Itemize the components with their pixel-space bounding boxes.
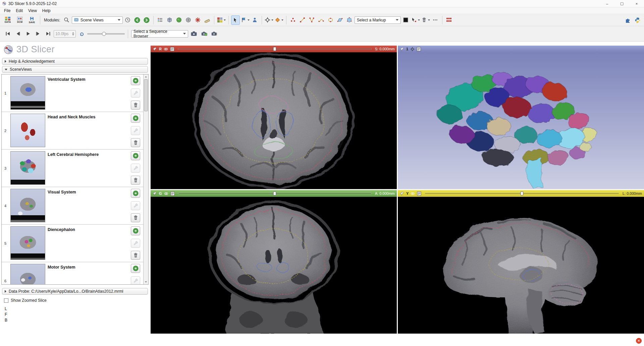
view-menu-icon[interactable] [170, 47, 174, 51]
red-grid-button[interactable] [445, 15, 453, 25]
markup-plane-button[interactable] [336, 15, 344, 25]
markup-closed-curve-button[interactable] [326, 15, 335, 25]
scrollbar-track[interactable] [144, 79, 148, 280]
module-back-button[interactable] [133, 15, 142, 25]
scene-view-edit-button[interactable] [131, 201, 140, 210]
save-button[interactable]: SAVE [26, 15, 38, 25]
scene-view-row[interactable]: 3 Left Cerebral Hemisphere [2, 150, 143, 187]
slice-intersections-dropdown-button[interactable] [274, 15, 284, 25]
scene-view-thumbnail[interactable] [10, 226, 45, 260]
coronal-slice-viewport[interactable] [151, 197, 397, 334]
link-views-icon[interactable] [164, 47, 168, 51]
scene-view-delete-button[interactable] [131, 251, 140, 260]
show-zoomed-slice-checkbox[interactable] [4, 298, 8, 303]
markup-roi-button[interactable] [345, 15, 354, 25]
sequence-previous-frame-button[interactable] [13, 29, 22, 39]
pin-icon[interactable] [400, 47, 404, 51]
threed-viewport[interactable] [398, 52, 644, 189]
sequence-repeat-button[interactable] [77, 29, 86, 39]
slider-handle[interactable] [521, 191, 524, 195]
module-history-button[interactable] [123, 15, 132, 25]
scene-view-edit-button[interactable] [131, 89, 140, 98]
minimize-button[interactable]: – [600, 0, 614, 7]
scene-view-thumbnail[interactable] [10, 151, 45, 185]
scene-view-restore-button[interactable] [131, 151, 140, 160]
adjust-view-button[interactable] [251, 15, 259, 25]
scene-view-row[interactable]: 6 Motor System [2, 262, 143, 284]
scene-view-thumbnail[interactable] [10, 264, 45, 284]
markup-angle-button[interactable] [308, 15, 316, 25]
shortcut-ruler-button[interactable] [203, 15, 212, 25]
extensions-manager-button[interactable] [624, 15, 633, 25]
scene-view-row[interactable]: 2 Head and Neck Muscles [2, 112, 143, 150]
spinbox-arrows[interactable] [72, 32, 74, 36]
module-forward-button[interactable] [142, 15, 151, 25]
link-views-icon[interactable] [411, 191, 415, 196]
scene-view-row[interactable]: 1 Ventricular System [2, 74, 143, 112]
axial-slice-viewport[interactable] [151, 52, 397, 189]
close-button[interactable]: × [629, 0, 644, 7]
markup-point-button[interactable] [289, 15, 298, 25]
scene-view-restore-button[interactable] [131, 114, 140, 123]
crosshair-dropdown-button[interactable] [264, 15, 274, 25]
scrollbar-thumb[interactable] [144, 79, 148, 111]
shortcut-markups-button[interactable] [156, 15, 165, 25]
scene-view-restore-button[interactable] [131, 226, 140, 235]
scene-view-edit-button[interactable] [131, 126, 140, 135]
sequence-next-frame-button[interactable] [34, 29, 42, 39]
maximize-button[interactable]: ▢ [614, 0, 629, 7]
slider-handle[interactable] [273, 47, 276, 51]
slice-offset-slider[interactable] [178, 191, 372, 196]
load-data-button[interactable]: DATA [2, 15, 13, 25]
sequence-browser-combobox[interactable]: Select a Sequence Browser [131, 30, 188, 38]
scene-view-restore-button[interactable] [131, 264, 140, 273]
scrollbar-down-button[interactable] [144, 280, 148, 284]
markup-more-button[interactable] [431, 15, 440, 25]
layout-selector-button[interactable] [217, 15, 226, 25]
slider-handle[interactable] [102, 32, 106, 36]
scene-view-edit-button[interactable] [131, 164, 140, 173]
slider-handle[interactable] [273, 191, 276, 195]
menu-view[interactable]: View [25, 8, 40, 14]
sequence-first-frame-button[interactable] [3, 29, 12, 39]
scene-view-thumbnail[interactable] [10, 76, 45, 110]
notification-close-button[interactable]: × [636, 338, 642, 344]
markup-selector-combobox[interactable]: Select a Markup [355, 16, 401, 24]
markup-line-button[interactable] [298, 15, 307, 25]
delete-markup-dropdown-button[interactable] [421, 15, 430, 25]
scene-views-panel-header[interactable]: SceneViews [2, 66, 148, 73]
scene-view-restore-button[interactable] [131, 189, 140, 198]
sequence-last-frame-button[interactable] [44, 29, 52, 39]
scene-view-add-button[interactable] [200, 29, 208, 39]
pin-icon[interactable] [153, 47, 157, 51]
data-probe-panel-header[interactable]: Data Probe: C:/Users/Kyle/AppData/Lo...O… [2, 288, 148, 295]
module-selector-combobox[interactable]: Scene Views [72, 16, 123, 24]
pin-icon[interactable] [153, 191, 157, 196]
place-point-dropdown-button[interactable] [240, 15, 250, 25]
scene-view-delete-button[interactable] [131, 101, 140, 110]
center-crosshair-icon[interactable] [410, 47, 415, 51]
scene-view-menu-button[interactable] [210, 29, 218, 39]
shortcut-models-button[interactable] [175, 15, 183, 25]
slice-offset-slider[interactable] [425, 191, 619, 196]
mouse-pointer-button[interactable] [231, 15, 240, 25]
scrollbar-up-button[interactable] [144, 74, 148, 79]
scene-view-edit-button[interactable] [131, 239, 140, 248]
sequence-fps-spinbox[interactable]: 10.0fps [54, 30, 76, 38]
capture-screenshot-button[interactable] [190, 29, 198, 39]
sequence-play-button[interactable] [23, 29, 32, 39]
markup-open-curve-button[interactable] [317, 15, 326, 25]
scene-view-edit-button[interactable] [131, 276, 140, 285]
link-views-icon[interactable] [164, 191, 168, 196]
module-search-button[interactable] [62, 15, 71, 25]
menu-help[interactable]: Help [40, 8, 53, 14]
shortcut-volume-rendering-button[interactable] [165, 15, 174, 25]
shortcut-segment-editor-button[interactable] [194, 15, 202, 25]
place-mode-dropdown-button[interactable] [411, 15, 420, 25]
menu-edit[interactable]: Edit [13, 8, 25, 14]
help-acknowledgement-panel-header[interactable]: Help & Acknowledgement [2, 58, 148, 65]
view-menu-icon[interactable] [417, 191, 421, 196]
menu-file[interactable]: File [1, 8, 13, 14]
scene-view-delete-button[interactable] [131, 138, 140, 147]
scene-view-thumbnail[interactable] [10, 189, 45, 222]
